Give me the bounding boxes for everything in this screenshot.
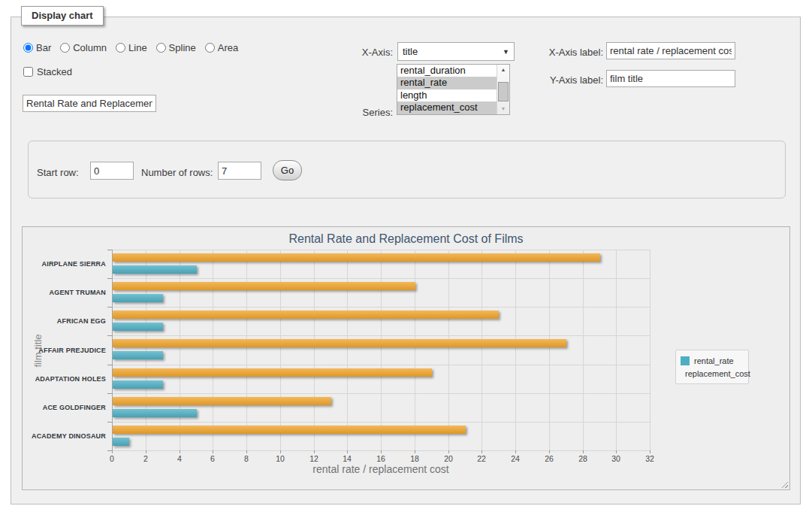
value-axis-tick	[246, 450, 247, 453]
stacked-checkbox[interactable]	[23, 67, 33, 77]
scroll-up-icon[interactable]: ▲	[497, 65, 509, 75]
value-axis-tick	[481, 450, 482, 453]
bar-rental_rate	[113, 265, 197, 274]
x-axis-tick-label: 0	[97, 454, 127, 463]
y-axis-label-caption: Y-Axis label:	[537, 74, 603, 86]
y-axis-title: film title	[32, 314, 44, 389]
bar-replacement_cost	[113, 253, 600, 262]
grid-line-vertical	[314, 250, 315, 450]
x-axis-tick-label: 16	[366, 454, 396, 463]
radio-area-label: Area	[218, 42, 238, 53]
grid-line-vertical	[347, 250, 348, 450]
grid-line-vertical	[616, 250, 617, 450]
grid-line-vertical	[146, 250, 146, 450]
series-option[interactable]: replacement_cost	[397, 101, 497, 114]
value-axis-tick	[146, 450, 146, 453]
bar-rental_rate	[113, 409, 197, 417]
grid-line-vertical	[583, 250, 584, 450]
scrollbar-thumb[interactable]	[498, 82, 509, 101]
x-axis-tick-label: 4	[165, 454, 195, 463]
x-axis-tick-label: 26	[534, 454, 564, 463]
x-axis-label-caption: X-Axis label:	[537, 47, 603, 58]
grid-line-vertical	[280, 250, 281, 450]
value-axis-tick	[583, 450, 584, 453]
grid-line-vertical	[415, 250, 415, 450]
radio-line[interactable]	[116, 43, 125, 53]
x-axis-tick-label: 22	[466, 454, 497, 463]
bar-replacement_cost	[113, 311, 499, 319]
value-axis-tick	[650, 450, 651, 453]
x-axis-label-input[interactable]	[606, 42, 735, 59]
x-axis-tick-label: 18	[400, 454, 430, 463]
radio-line-label: Line	[128, 42, 147, 53]
series-option[interactable]: rental_duration	[397, 65, 497, 77]
panel-title: Display chart	[21, 6, 104, 26]
x-axis-tick-label: 24	[500, 454, 530, 463]
resize-handle-icon[interactable]	[780, 480, 788, 488]
radio-bar[interactable]	[23, 43, 33, 53]
grid-line-vertical	[213, 250, 213, 450]
y-axis-label-input[interactable]	[606, 70, 735, 87]
radio-area[interactable]	[205, 43, 215, 53]
x-axis-tick-label: 14	[332, 454, 362, 463]
series-option[interactable]: length	[397, 89, 497, 101]
radio-column-label: Column	[73, 42, 107, 53]
grid-line-vertical	[481, 250, 482, 450]
display-chart-panel: Display chart Bar Column Line Spline Are…	[11, 17, 801, 504]
category-label: ACADEMY DINOSAUR	[26, 432, 106, 440]
value-axis-tick	[515, 450, 516, 453]
value-axis-tick	[347, 450, 348, 453]
scroll-down-icon[interactable]: ▼	[497, 104, 509, 114]
category-label: AGENT TRUMAN	[26, 289, 106, 296]
x-axis-tick-label: 20	[433, 454, 463, 463]
start-row-input[interactable]	[90, 162, 134, 180]
value-axis-tick	[448, 450, 449, 453]
series-listbox[interactable]: rental_duration rental_rate length repla…	[397, 64, 510, 115]
series-list-label: Series:	[346, 107, 393, 118]
legend-item-rental-rate[interactable]: rental_rate	[681, 354, 744, 367]
legend-label: replacement_cost	[685, 369, 750, 378]
x-axis-tick-label: 6	[198, 454, 228, 463]
bar-replacement_cost	[113, 368, 432, 377]
row-range-panel: Start row: Number of rows: Go	[28, 141, 786, 198]
bar-replacement_cost	[113, 426, 466, 434]
grid-line-vertical	[246, 250, 247, 450]
x-axis-select[interactable]: title ▼	[397, 42, 515, 61]
legend-swatch-rental-rate-icon	[681, 356, 690, 365]
radio-column[interactable]	[60, 43, 70, 53]
x-axis-tick-label: 8	[231, 454, 261, 463]
bar-replacement_cost	[113, 397, 331, 405]
series-scrollbar[interactable]: ▲ ▼	[497, 65, 509, 114]
value-axis-tick	[213, 450, 213, 453]
chart-container: Rental Rate and Replacement Cost of Film…	[22, 226, 790, 490]
radio-bar-label: Bar	[36, 42, 51, 53]
value-axis-tick	[381, 450, 382, 453]
bar-rental_rate	[113, 438, 129, 446]
x-axis-select-label: X-Axis:	[346, 47, 393, 58]
value-axis-tick	[616, 450, 617, 453]
grid-line-vertical	[381, 250, 382, 450]
grid-line-vertical	[448, 250, 449, 450]
bar-replacement_cost	[113, 339, 566, 347]
category-label: AIRPLANE SIERRA	[26, 260, 106, 268]
radio-spline[interactable]	[156, 43, 166, 53]
bar-rental_rate	[113, 380, 163, 389]
number-of-rows-input[interactable]	[218, 162, 261, 180]
chart-title: Rental Rate and Replacement Cost of Film…	[23, 232, 789, 246]
value-axis-tick	[415, 450, 415, 453]
chart-type-radio-group: Bar Column Line Spline Area	[23, 42, 244, 53]
x-axis-tick-label: 10	[265, 454, 295, 463]
chart-plot: 02468101214161820222426283032AIRPLANE SI…	[112, 250, 650, 450]
x-axis-tick-label: 28	[568, 454, 598, 463]
value-axis-tick	[280, 450, 281, 453]
x-axis-selected-value: title	[403, 46, 418, 57]
chart-title-input[interactable]	[23, 95, 156, 112]
go-button[interactable]: Go	[273, 160, 302, 180]
category-axis-line	[112, 250, 113, 450]
x-axis-tick-label: 32	[635, 454, 665, 463]
series-option[interactable]: rental_rate	[397, 77, 497, 89]
legend-item-replacement-cost[interactable]: replacement_cost	[681, 367, 744, 380]
bar-replacement_cost	[113, 282, 415, 290]
x-axis-tick-label: 30	[601, 454, 631, 463]
number-of-rows-label: Number of rows:	[141, 167, 213, 178]
